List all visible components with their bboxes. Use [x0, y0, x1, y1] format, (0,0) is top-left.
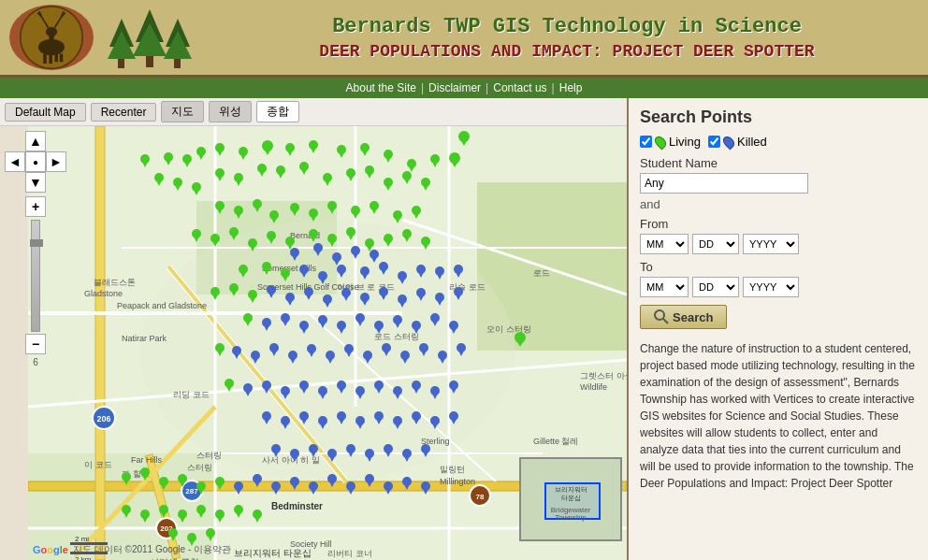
map-marker-killed[interactable] [327, 449, 337, 465]
map-marker[interactable] [243, 313, 253, 329]
map-marker[interactable] [269, 210, 279, 226]
map-marker[interactable] [370, 201, 379, 217]
zoom-bar[interactable] [31, 220, 40, 332]
map-marker-killed[interactable] [374, 411, 384, 427]
map-marker-killed[interactable] [346, 481, 355, 497]
map-marker-killed[interactable] [365, 474, 374, 490]
student-name-input[interactable] [640, 173, 808, 194]
map-marker-killed[interactable] [243, 383, 253, 399]
map-marker-killed[interactable] [313, 243, 323, 259]
zoom-in-button[interactable]: + [25, 196, 46, 217]
map-marker[interactable] [234, 505, 243, 521]
map-marker-killed[interactable] [438, 351, 447, 366]
map-marker-killed[interactable] [351, 246, 360, 262]
map-marker-killed[interactable] [271, 444, 281, 460]
map-marker-killed[interactable] [416, 288, 426, 304]
pan-left-button[interactable]: ◄ [5, 151, 25, 172]
map-marker-killed[interactable] [393, 386, 402, 402]
map-marker-killed[interactable] [402, 477, 412, 493]
map-marker-killed[interactable] [384, 444, 393, 460]
map-marker[interactable] [281, 268, 290, 284]
map-marker-killed[interactable] [318, 271, 327, 287]
map-marker-killed[interactable] [379, 262, 388, 278]
map-marker[interactable] [323, 173, 332, 189]
map-marker[interactable] [262, 140, 273, 158]
map-marker-killed[interactable] [402, 449, 412, 465]
map-marker[interactable] [210, 234, 220, 250]
map-marker[interactable] [140, 467, 150, 483]
map-marker[interactable] [234, 173, 243, 189]
map-marker-killed[interactable] [323, 294, 332, 310]
pan-center-button[interactable]: ● [25, 151, 46, 172]
default-map-button[interactable]: Default Map [5, 103, 86, 122]
from-month-select[interactable]: MM [640, 234, 689, 254]
map-marker-killed[interactable] [318, 315, 327, 331]
map-marker[interactable] [239, 265, 248, 280]
map-marker-killed[interactable] [232, 346, 241, 362]
map-marker-killed[interactable] [360, 293, 370, 309]
map-marker-killed[interactable] [327, 474, 337, 490]
map-marker-killed[interactable] [337, 265, 346, 280]
map-marker[interactable] [215, 477, 225, 493]
map-marker-killed[interactable] [382, 343, 391, 359]
living-checkbox[interactable] [640, 136, 652, 148]
zoom-out-button[interactable]: − [25, 334, 46, 354]
pan-right-button[interactable]: ► [46, 151, 66, 172]
map-marker-killed[interactable] [318, 416, 327, 432]
map-marker-killed[interactable] [374, 381, 384, 396]
map-marker[interactable] [140, 154, 150, 170]
map-marker-killed[interactable] [384, 481, 393, 497]
map-marker-killed[interactable] [421, 481, 430, 497]
map-marker[interactable] [154, 173, 164, 189]
map-marker[interactable] [215, 168, 225, 184]
map-marker-killed[interactable] [290, 477, 299, 493]
map-marker[interactable] [360, 143, 370, 159]
map-marker-killed[interactable] [269, 343, 279, 359]
map-marker[interactable] [515, 332, 526, 350]
map-marker[interactable] [309, 208, 318, 224]
map-marker-killed[interactable] [326, 351, 335, 366]
map-marker[interactable] [196, 481, 206, 497]
map-marker[interactable] [327, 234, 337, 250]
to-day-select[interactable]: DD [692, 277, 739, 297]
map-marker-killed[interactable] [355, 313, 365, 329]
map-marker-killed[interactable] [365, 449, 374, 465]
map-marker[interactable] [215, 143, 225, 159]
map-marker[interactable] [164, 152, 173, 168]
map-marker[interactable] [173, 178, 182, 194]
map-marker-killed[interactable] [454, 287, 463, 303]
map-marker-killed[interactable] [430, 386, 440, 402]
map-marker-killed[interactable] [379, 287, 388, 303]
map-marker[interactable] [178, 510, 187, 525]
map-marker-killed[interactable] [299, 321, 309, 337]
map-marker-killed[interactable] [355, 386, 365, 402]
map-marker[interactable] [412, 206, 421, 222]
map-marker[interactable] [309, 140, 318, 156]
map-marker-killed[interactable] [355, 416, 365, 432]
map-marker[interactable] [122, 472, 131, 488]
nav-about[interactable]: About the Site [346, 81, 416, 94]
map-marker[interactable] [182, 154, 192, 170]
map-marker[interactable] [402, 229, 412, 245]
map-marker-killed[interactable] [267, 285, 276, 301]
map-container[interactable]: Default Map Recenter 지도 위성 종합 ▲ ◄ ● ► ▼ … [0, 98, 627, 560]
map-marker[interactable] [196, 147, 206, 163]
map-marker-killed[interactable] [290, 248, 299, 264]
map-marker[interactable] [384, 150, 393, 165]
map-marker[interactable] [346, 168, 355, 184]
map-marker-killed[interactable] [435, 293, 444, 309]
map-marker[interactable] [421, 237, 430, 252]
map-marker-killed[interactable] [281, 386, 290, 402]
map-marker[interactable] [215, 510, 225, 525]
to-month-select[interactable]: MM [640, 277, 689, 297]
map-marker-killed[interactable] [360, 266, 370, 282]
map-marker[interactable] [178, 474, 187, 490]
map-marker[interactable] [122, 505, 131, 521]
map-marker-killed[interactable] [285, 293, 295, 309]
zoom-handle[interactable] [30, 239, 43, 247]
map-marker[interactable] [290, 203, 299, 219]
map-marker-killed[interactable] [262, 381, 271, 396]
map-marker[interactable] [384, 234, 393, 250]
map-tab-map[interactable]: 지도 [161, 101, 204, 122]
map-marker-killed[interactable] [398, 271, 407, 287]
